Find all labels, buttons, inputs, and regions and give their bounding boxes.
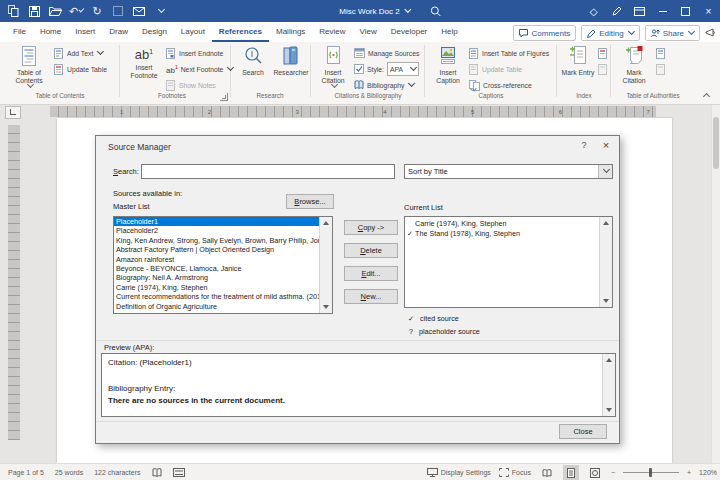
character-count[interactable]: 122 characters [94,469,140,476]
bibliography-button[interactable]: Bibliography [354,78,414,92]
close-button[interactable]: × [697,0,720,22]
master-list-item[interactable]: Beyonce - BEYONCE, Llamoca, Janice [114,264,320,273]
insert-endnote-button[interactable]: Insert Endnote [166,46,223,60]
email-review-icon[interactable] [132,3,146,19]
update-table-button[interactable]: Update Table [54,62,107,76]
share-button[interactable]: Share [645,25,700,41]
tab-review[interactable]: Review [312,22,352,42]
master-list-item[interactable]: Carrie (1974), King, Stephen [114,283,320,292]
insert-index-button[interactable] [598,46,607,60]
tab-selector[interactable] [5,106,21,119]
presenter-icon[interactable] [705,24,716,42]
maximize-button[interactable] [674,0,697,22]
comments-button[interactable]: Comments [513,25,576,41]
chevron-down-icon [97,47,104,54]
scroll-down-icon[interactable] [603,299,609,303]
page-indicator[interactable]: Page 1 of 5 [8,469,44,476]
dialog-help-button[interactable]: ? [576,140,592,154]
paste-icon[interactable] [6,3,20,19]
vertical-ruler[interactable] [8,125,20,440]
next-footnote-button[interactable]: ab1 Next Footnote [166,62,233,76]
style-dropdown[interactable]: APA [387,62,419,76]
master-list-item[interactable]: Biography: Neil A. Armstrong [114,273,320,282]
cross-reference-button[interactable]: Cross-reference [469,78,532,92]
zoom-in-button[interactable]: + [687,469,691,476]
tab-design[interactable]: Design [135,22,174,42]
master-list-scrollbar[interactable] [319,217,332,313]
tab-draw[interactable]: Draw [102,22,135,42]
inking-pen-icon[interactable] [605,0,628,22]
language-keyboard-icon[interactable] [173,468,185,477]
scroll-up-icon[interactable] [323,221,329,225]
redo-icon[interactable]: ↻ [90,3,104,19]
current-list-item[interactable]: ✓The Stand (1978), King, Stephen [405,229,600,239]
tab-view[interactable]: View [353,22,384,42]
save-icon[interactable] [27,3,41,19]
print-layout-button[interactable] [563,465,579,480]
edit-button[interactable]: Edit... [344,266,398,281]
tab-layout[interactable]: Layout [174,22,212,42]
scroll-up-icon[interactable] [603,221,609,225]
comment-icon [519,29,528,38]
scroll-down-icon[interactable] [323,305,329,309]
qat-customize-icon[interactable] [153,3,167,19]
browse-button[interactable]: Browse... [286,194,334,209]
read-mode-button[interactable] [539,465,555,480]
search-input[interactable] [141,164,395,179]
bibliography-icon [354,80,364,90]
zoom-slider-thumb[interactable] [649,468,652,477]
master-list-item[interactable]: Abstract Factory Pattern | Object Orient… [114,245,320,254]
insert-table-of-authorities-button[interactable] [656,46,665,60]
ribbon-display-options-icon[interactable] [628,0,651,22]
open-icon[interactable] [48,3,62,19]
close-dialog-button[interactable]: Close [559,424,607,439]
master-list-item[interactable]: Placeholder2 [114,226,320,235]
insert-table-of-figures-button[interactable]: Insert Table of Figures [469,46,549,60]
scrollbar-thumb[interactable] [713,117,719,169]
sort-dropdown-button[interactable] [598,165,612,178]
minimize-button[interactable] [651,0,674,22]
current-list-item[interactable]: Carrie (1974), King, Stephen [405,219,600,229]
manage-sources-button[interactable]: Manage Sources [354,46,419,60]
delete-button[interactable]: Delete [344,243,398,258]
zoom-level[interactable]: 120% [699,469,717,476]
tab-insert[interactable]: Insert [68,22,102,42]
zoom-out-button[interactable]: − [611,469,615,476]
word-count[interactable]: 25 words [55,469,83,476]
dialog-close-button[interactable]: × [598,139,614,153]
tab-help[interactable]: Help [434,22,464,42]
master-list-item[interactable]: Definition of Organic Agriculture [114,302,320,311]
tab-mailings[interactable]: Mailings [269,22,312,42]
feature-gem-icon[interactable]: ◇ [582,0,605,22]
display-settings-button[interactable]: Display Settings [427,468,491,477]
tab-file[interactable]: File [6,22,33,42]
current-list-scrollbar[interactable] [599,217,612,307]
sort-dropdown[interactable]: Sort by Title [404,164,613,179]
undo-icon[interactable]: ↶ [69,3,83,19]
document-area: 1234567 Source Manager ? × Search: Sort … [0,105,720,463]
master-list-item[interactable]: Placeholder1 [114,217,320,226]
master-list-item[interactable]: Current recommendations for the treatmen… [114,292,320,301]
master-list-item[interactable]: King, Ken Andrew, Strong, Sally Evelyn, … [114,236,320,245]
scroll-down-icon[interactable] [606,408,612,412]
vertical-scrollbar[interactable] [711,105,720,463]
copy-button[interactable]: Copy -> [344,220,398,235]
zoom-slider[interactable] [623,472,679,473]
footnotes-dialog-launcher-icon[interactable] [220,93,228,101]
chevron-down-icon[interactable] [405,5,412,12]
tab-developer[interactable]: Developer [384,22,434,42]
tab-home[interactable]: Home [33,22,68,42]
scroll-up-icon[interactable] [606,358,612,362]
horizontal-ruler[interactable]: 1234567 [50,106,656,117]
master-list-item[interactable]: Amazon rainforest [114,255,320,264]
editing-mode-button[interactable]: Editing [581,25,639,41]
add-text-button[interactable]: Add Text [54,46,103,60]
search-icon[interactable] [429,3,443,19]
new-button[interactable]: New... [344,289,398,304]
collapse-ribbon-icon[interactable] [703,93,710,100]
tab-references[interactable]: References [212,22,269,42]
proofing-icon[interactable] [152,468,162,478]
focus-button[interactable]: Focus [499,468,531,477]
preview-scrollbar[interactable] [602,354,615,416]
web-layout-button[interactable] [587,465,603,480]
